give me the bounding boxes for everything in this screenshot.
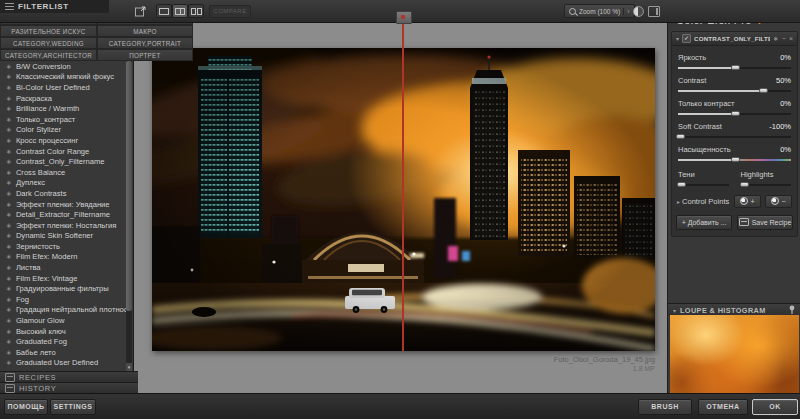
favorite-star-icon[interactable]: ∗: [6, 211, 12, 218]
filter-list-item[interactable]: ∗ Эффект пленки: Ностальгия: [0, 220, 133, 231]
favorite-star-icon[interactable]: ∗: [6, 264, 12, 271]
favorite-star-icon[interactable]: ∗: [6, 306, 12, 313]
filter-list-item[interactable]: ∗ Brilliance / Warmth: [0, 103, 133, 114]
favorite-star-icon[interactable]: ∗: [6, 349, 12, 356]
favorite-star-icon[interactable]: ∗: [6, 296, 12, 303]
favorite-star-icon[interactable]: ∗: [6, 285, 12, 292]
filter-list-item[interactable]: ∗ Зернистость: [0, 241, 133, 252]
slider-handle[interactable]: [676, 134, 685, 139]
filter-list-item[interactable]: ∗ Градуированные фильтры: [0, 283, 133, 294]
filter-list-item[interactable]: ∗ Раскраска: [0, 93, 133, 104]
filter-list-item[interactable]: ∗ Только_контраст: [0, 114, 133, 125]
favorite-star-icon[interactable]: ∗: [6, 275, 12, 282]
highlights-track[interactable]: [741, 184, 792, 186]
filter-list-item[interactable]: ∗ Высокий ключ: [0, 326, 133, 337]
favorite-star-icon[interactable]: ∗: [6, 148, 12, 155]
filter-list-item[interactable]: ∗ Bi-Color User Defined: [0, 82, 133, 93]
background-color-icon[interactable]: [633, 6, 644, 17]
favorite-star-icon[interactable]: ∗: [6, 201, 12, 208]
slider-track[interactable]: [678, 159, 791, 161]
favorite-star-icon[interactable]: ∗: [6, 169, 12, 176]
filter-reset-icon[interactable]: −: [782, 35, 786, 42]
help-button[interactable]: ПОМОЩЬ: [4, 399, 48, 415]
filter-list-item[interactable]: ∗ Graduated User Defined: [0, 358, 133, 369]
slider-track[interactable]: [678, 113, 791, 115]
favorite-star-icon[interactable]: ∗: [6, 190, 12, 197]
favorite-star-icon[interactable]: ∗: [6, 253, 12, 260]
collapse-arrow-icon[interactable]: ▾: [676, 35, 679, 42]
filter-list-item[interactable]: ∗ Glamour Glow: [0, 315, 133, 326]
slider-handle[interactable]: [759, 88, 768, 93]
favorite-star-icon[interactable]: ∗: [6, 243, 12, 250]
loupe-collapse-arrow-icon[interactable]: ▾: [673, 307, 676, 314]
filter-enabled-checkbox[interactable]: ✓: [682, 34, 691, 43]
category-tab[interactable]: МАКРО: [97, 25, 193, 37]
filter-list-item[interactable]: ∗ Кросс процессинг: [0, 135, 133, 146]
slider-track[interactable]: [678, 136, 791, 138]
add-control-point-button[interactable]: +: [734, 195, 761, 208]
brush-button[interactable]: BRUSH: [638, 399, 692, 415]
slider-handle[interactable]: [731, 65, 740, 70]
filter-list-item[interactable]: ∗ Detail_Extractor_Filtername: [0, 209, 133, 220]
favorite-star-icon[interactable]: ∗: [6, 359, 12, 366]
category-tab[interactable]: CATEGORY,PORTRAIT: [97, 37, 193, 49]
split-divider[interactable]: [402, 12, 404, 351]
scrollbar-thumb[interactable]: [126, 61, 132, 311]
slider-track[interactable]: [678, 90, 791, 92]
add-filter-button[interactable]: + Добавить ...: [676, 215, 732, 230]
shadows-handle[interactable]: [677, 182, 686, 187]
settings-button[interactable]: SETTINGS: [50, 399, 96, 415]
ok-button[interactable]: OK: [752, 399, 798, 415]
favorite-star-icon[interactable]: ∗: [6, 116, 12, 123]
pin-icon[interactable]: [788, 305, 796, 315]
category-tab[interactable]: РАЗИТЕЛЬНОЕ ИСКУС: [0, 25, 97, 37]
split-divider-handle[interactable]: [396, 11, 412, 24]
view-split-button[interactable]: [172, 4, 188, 18]
filter-list-item[interactable]: ∗ Color Stylizer: [0, 125, 133, 136]
filter-list-item[interactable]: ∗ B/W Conversion: [0, 61, 133, 72]
slider-track[interactable]: [678, 67, 791, 69]
active-filter-header[interactable]: ▾ ✓ CONTRAST_ONLY_FILTERNAME ∗ − ×: [672, 32, 797, 46]
filter-list-item[interactable]: ∗ Классический мягкий фокус: [0, 72, 133, 83]
favorite-star-icon[interactable]: ∗: [6, 63, 12, 70]
filter-list-item[interactable]: ∗ Contrast_Only_Filtername: [0, 156, 133, 167]
favorite-star-icon[interactable]: ∗: [6, 317, 12, 324]
shadows-track[interactable]: [678, 184, 729, 186]
favorite-star-icon[interactable]: ∗: [6, 73, 12, 80]
zoom-dropdown-arrow-icon[interactable]: ›: [623, 8, 629, 15]
filter-list-item[interactable]: ∗ Film Efex: Modern: [0, 252, 133, 263]
control-points-label[interactable]: ▸ Control Points: [677, 197, 729, 206]
filter-list-item[interactable]: ∗ Эффект пленки: Увядание: [0, 199, 133, 210]
filter-list-item[interactable]: ∗ Dynamic Skin Softener: [0, 231, 133, 242]
favorite-star-icon[interactable]: ∗: [6, 222, 12, 229]
favorite-star-icon[interactable]: ∗: [6, 137, 12, 144]
slider-handle[interactable]: [731, 157, 740, 162]
compare-button[interactable]: COMPARE: [209, 5, 251, 18]
favorite-star-icon[interactable]: ∗: [6, 158, 12, 165]
filter-favorite-icon[interactable]: ∗: [773, 35, 779, 42]
category-tab[interactable]: CATEGORY,ARCHITECTOR: [0, 49, 97, 61]
favorite-star-icon[interactable]: ∗: [6, 105, 12, 112]
filter-list-item[interactable]: ∗ Cross Balance: [0, 167, 133, 178]
filter-list-item[interactable]: ∗ Dark Contrasts: [0, 188, 133, 199]
favorite-star-icon[interactable]: ∗: [6, 84, 12, 91]
filter-list-item[interactable]: ∗ Листва: [0, 262, 133, 273]
favorite-star-icon[interactable]: ∗: [6, 95, 12, 102]
favorite-star-icon[interactable]: ∗: [6, 328, 12, 335]
cancel-button[interactable]: ОТМЕНА: [698, 399, 748, 415]
filter-list-item[interactable]: ∗ Дуплекс: [0, 178, 133, 189]
slider-handle[interactable]: [731, 111, 740, 116]
save-recipe-button[interactable]: Save Recipe: [737, 215, 793, 230]
favorite-star-icon[interactable]: ∗: [6, 232, 12, 239]
filter-list-item[interactable]: ∗ Contrast Color Range: [0, 146, 133, 157]
filter-list-item[interactable]: ∗ Film Efex: Vintage: [0, 273, 133, 284]
favorite-star-icon[interactable]: ∗: [6, 126, 12, 133]
side-panel-toggle-icon[interactable]: [648, 6, 660, 17]
filter-list-item[interactable]: ∗ Градация нейтральной плотнос: [0, 305, 133, 316]
loupe-preview[interactable]: [670, 315, 799, 394]
view-single-button[interactable]: [156, 4, 172, 18]
highlights-handle[interactable]: [740, 182, 749, 187]
filter-list-item[interactable]: ∗ Бабье лето: [0, 347, 133, 358]
filter-close-icon[interactable]: ×: [789, 35, 793, 42]
favorite-star-icon[interactable]: ∗: [6, 179, 12, 186]
